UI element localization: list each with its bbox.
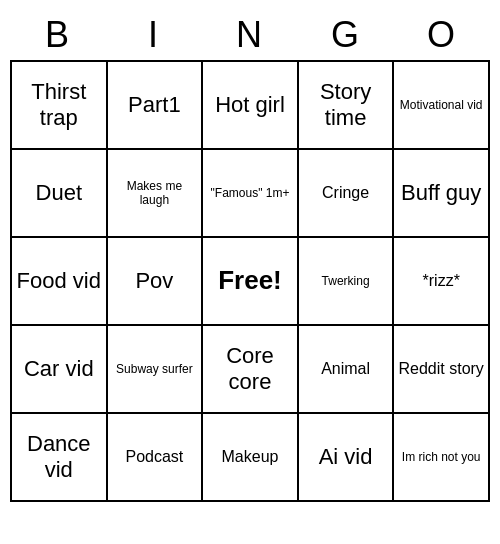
bingo-grid: Thirst trapPart1Hot girlStory timeMotiva… bbox=[10, 60, 490, 502]
bingo-cell: Thirst trap bbox=[12, 62, 108, 150]
cell-text: Pov bbox=[135, 268, 173, 294]
cell-text: Reddit story bbox=[399, 359, 484, 378]
bingo-cell: Car vid bbox=[12, 326, 108, 414]
bingo-cell: Makes me laugh bbox=[108, 150, 204, 238]
cell-text: Twerking bbox=[322, 274, 370, 288]
cell-text: Part1 bbox=[128, 92, 181, 118]
bingo-cell: Animal bbox=[299, 326, 395, 414]
cell-text: Im rich not you bbox=[402, 450, 481, 464]
bingo-cell: Story time bbox=[299, 62, 395, 150]
bingo-cell: "Famous" 1m+ bbox=[203, 150, 299, 238]
cell-text: Dance vid bbox=[16, 431, 102, 484]
bingo-cell: Im rich not you bbox=[394, 414, 490, 502]
bingo-cell: Motivational vid bbox=[394, 62, 490, 150]
cell-text: Free! bbox=[218, 265, 282, 296]
header-letter: O bbox=[394, 10, 490, 60]
header-letter: B bbox=[10, 10, 106, 60]
cell-text: Makeup bbox=[222, 447, 279, 466]
cell-text: Thirst trap bbox=[16, 79, 102, 132]
bingo-cell: Hot girl bbox=[203, 62, 299, 150]
cell-text: Core core bbox=[207, 343, 293, 396]
cell-text: Cringe bbox=[322, 183, 369, 202]
bingo-cell: Subway surfer bbox=[108, 326, 204, 414]
cell-text: "Famous" 1m+ bbox=[211, 186, 290, 200]
bingo-cell: Reddit story bbox=[394, 326, 490, 414]
header-letter: I bbox=[106, 10, 202, 60]
bingo-cell: Core core bbox=[203, 326, 299, 414]
bingo-cell: Cringe bbox=[299, 150, 395, 238]
bingo-container: BINGO Thirst trapPart1Hot girlStory time… bbox=[10, 10, 490, 502]
bingo-cell: *rizz* bbox=[394, 238, 490, 326]
bingo-cell: Twerking bbox=[299, 238, 395, 326]
bingo-cell: Duet bbox=[12, 150, 108, 238]
bingo-cell: Buff guy bbox=[394, 150, 490, 238]
cell-text: Makes me laugh bbox=[112, 179, 198, 208]
header-letter: N bbox=[202, 10, 298, 60]
bingo-header: BINGO bbox=[10, 10, 490, 60]
bingo-cell: Food vid bbox=[12, 238, 108, 326]
cell-text: Subway surfer bbox=[116, 362, 193, 376]
bingo-cell: Ai vid bbox=[299, 414, 395, 502]
cell-text: Podcast bbox=[125, 447, 183, 466]
cell-text: Car vid bbox=[24, 356, 94, 382]
bingo-cell: Free! bbox=[203, 238, 299, 326]
bingo-cell: Dance vid bbox=[12, 414, 108, 502]
cell-text: Ai vid bbox=[319, 444, 373, 470]
cell-text: Duet bbox=[36, 180, 82, 206]
cell-text: Animal bbox=[321, 359, 370, 378]
cell-text: Food vid bbox=[17, 268, 101, 294]
bingo-cell: Part1 bbox=[108, 62, 204, 150]
header-letter: G bbox=[298, 10, 394, 60]
cell-text: Story time bbox=[303, 79, 389, 132]
bingo-cell: Makeup bbox=[203, 414, 299, 502]
cell-text: Motivational vid bbox=[400, 98, 483, 112]
cell-text: *rizz* bbox=[423, 271, 460, 290]
bingo-cell: Pov bbox=[108, 238, 204, 326]
cell-text: Hot girl bbox=[215, 92, 285, 118]
cell-text: Buff guy bbox=[401, 180, 481, 206]
bingo-cell: Podcast bbox=[108, 414, 204, 502]
